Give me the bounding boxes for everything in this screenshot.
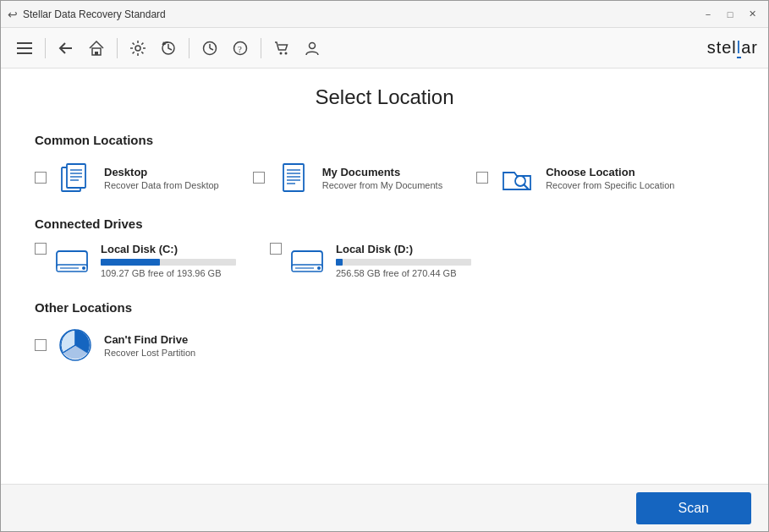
choose-location-name: Choose Location [546, 166, 674, 178]
mydocs-checkbox[interactable] [253, 172, 265, 184]
svg-rect-1 [17, 47, 32, 49]
drive-c-size: 109.27 GB free of 193.96 GB [101, 268, 236, 278]
drive-c-icon [55, 243, 92, 280]
history-button[interactable] [155, 35, 182, 62]
home-button[interactable] [83, 35, 110, 62]
lost-partition-text: Can't Find Drive Recover Lost Partition [104, 333, 195, 358]
help-button[interactable]: ? [227, 35, 254, 62]
minimize-button[interactable]: − [699, 5, 717, 24]
drive-d-size: 256.58 GB free of 270.44 GB [336, 268, 471, 278]
drive-d-icon [290, 243, 327, 280]
desktop-item[interactable]: Desktop Recover Data from Desktop [35, 159, 219, 196]
app-icon: ↩ [8, 8, 18, 21]
connected-drives-section: Connected Drives [35, 217, 734, 280]
svg-point-6 [135, 46, 140, 51]
mydocs-desc: Recover from My Documents [322, 180, 442, 190]
page-title: Select Location [35, 85, 734, 109]
other-locations-section: Other Locations [35, 300, 734, 364]
scan-button[interactable]: Scan [636, 492, 751, 524]
back-button[interactable] [52, 35, 80, 62]
drive-d-bar [336, 259, 471, 266]
desktop-desc: Recover Data from Desktop [104, 180, 219, 190]
mydocs-icon [275, 159, 312, 196]
drive-c-info: Local Disk (C:) 109.27 GB free of 193.96… [101, 243, 236, 278]
svg-point-32 [82, 266, 85, 270]
common-locations-items: Desktop Recover Data from Desktop [35, 159, 734, 196]
drive-d-fill [336, 259, 343, 266]
lost-partition-icon [57, 326, 94, 364]
application-window: ↩ Stellar Data Recovery Standard − □ ✕ [0, 0, 769, 532]
svg-point-13 [280, 52, 283, 54]
toolbar-divider-4 [261, 38, 261, 58]
desktop-checkbox[interactable] [35, 172, 47, 184]
svg-rect-22 [283, 164, 304, 191]
other-locations-items: Can't Find Drive Recover Lost Partition [35, 326, 734, 364]
toolbar-divider-3 [189, 38, 190, 58]
choose-location-item[interactable]: Choose Location Recover from Specific Lo… [476, 159, 674, 196]
svg-line-10 [210, 48, 213, 50]
title-bar-text: Stellar Data Recovery Standard [23, 8, 166, 20]
drive-c-checkbox[interactable] [35, 243, 47, 255]
common-locations-section: Common Locations [35, 133, 734, 196]
title-bar-left: ↩ Stellar Data Recovery Standard [8, 8, 166, 21]
cart-button[interactable] [268, 35, 295, 62]
svg-rect-2 [17, 52, 32, 54]
toolbar-divider-2 [117, 38, 118, 58]
desktop-icon [57, 159, 94, 196]
toolbar: ? stellar [1, 28, 768, 69]
mydocs-name: My Documents [322, 166, 442, 178]
choose-location-icon [498, 159, 536, 196]
title-bar-controls: − □ ✕ [699, 5, 761, 24]
mydocs-text: My Documents Recover from My Documents [322, 166, 442, 190]
choose-location-checkbox[interactable] [476, 172, 488, 184]
user-button[interactable] [299, 35, 326, 62]
lost-partition-checkbox[interactable] [35, 339, 47, 351]
stellar-logo: stellar [707, 38, 758, 58]
svg-rect-5 [95, 52, 98, 55]
drive-d-item[interactable]: Local Disk (D:) 256.58 GB free of 270.44… [270, 243, 471, 280]
connected-drives-items: Local Disk (C:) 109.27 GB free of 193.96… [35, 243, 734, 280]
toolbar-divider-1 [45, 38, 46, 58]
other-locations-title: Other Locations [35, 300, 734, 315]
title-bar: ↩ Stellar Data Recovery Standard − □ ✕ [1, 1, 768, 28]
maximize-button[interactable]: □ [721, 5, 739, 24]
mydocs-item[interactable]: My Documents Recover from My Documents [253, 159, 442, 196]
choose-location-text: Choose Location Recover from Specific Lo… [546, 166, 674, 190]
svg-point-14 [285, 52, 288, 54]
desktop-name: Desktop [104, 166, 219, 178]
drive-d-name: Local Disk (D:) [336, 243, 471, 255]
menu-button[interactable] [11, 35, 38, 62]
drive-c-name: Local Disk (C:) [101, 243, 236, 255]
clock-button[interactable] [196, 35, 223, 62]
lost-partition-name: Can't Find Drive [104, 333, 195, 346]
svg-text:?: ? [238, 44, 242, 54]
lost-partition-desc: Recover Lost Partition [104, 348, 195, 358]
drive-c-fill [101, 259, 160, 266]
svg-point-15 [310, 42, 316, 48]
settings-button[interactable] [124, 35, 151, 62]
svg-rect-17 [67, 164, 85, 188]
drive-d-checkbox[interactable] [270, 243, 282, 255]
svg-point-36 [317, 266, 321, 270]
footer: Scan [1, 484, 768, 531]
lost-partition-item[interactable]: Can't Find Drive Recover Lost Partition [35, 326, 195, 364]
choose-location-desc: Recover from Specific Location [546, 180, 674, 190]
drive-c-bar [101, 259, 236, 266]
svg-rect-0 [17, 42, 32, 44]
common-locations-title: Common Locations [35, 133, 734, 147]
desktop-text: Desktop Recover Data from Desktop [104, 166, 219, 190]
drive-c-item[interactable]: Local Disk (C:) 109.27 GB free of 193.96… [35, 243, 236, 280]
connected-drives-title: Connected Drives [35, 217, 734, 231]
close-button[interactable]: ✕ [743, 5, 761, 24]
drive-d-info: Local Disk (D:) 256.58 GB free of 270.44… [336, 243, 471, 278]
main-content: Select Location Common Locations [1, 69, 768, 484]
